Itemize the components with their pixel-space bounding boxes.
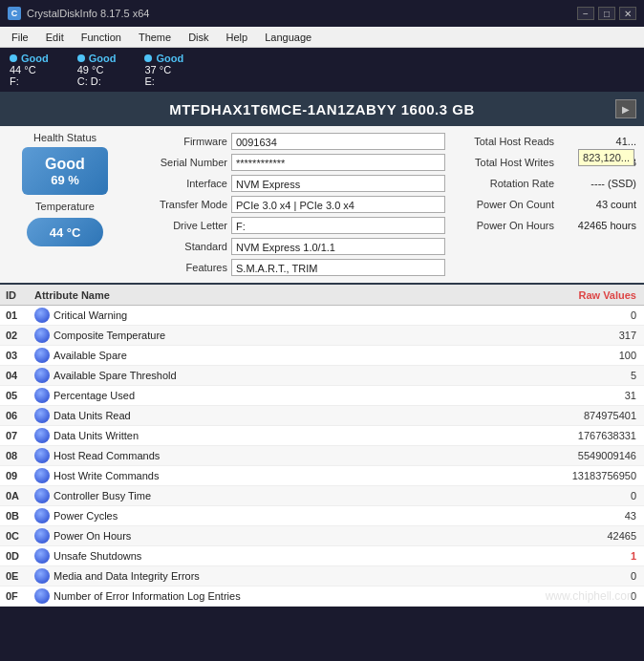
table-row[interactable]: 0EMedia and Data Integrity Errors0 (0, 566, 644, 586)
row-id-10: 0B (0, 510, 34, 522)
menu-item-language[interactable]: Language (257, 31, 319, 44)
table-row[interactable]: 0AController Busy Time0 (0, 486, 644, 506)
table-row[interactable]: 0BPower Cycles43 (0, 506, 644, 526)
row-raw-10: 43 (510, 510, 644, 522)
right-row-3: Power On Count43 count (453, 195, 636, 214)
row-raw-5: 874975401 (510, 410, 644, 421)
info-value-1: ************ (231, 154, 445, 171)
row-icon-2 (34, 348, 50, 363)
table-row[interactable]: 06Data Units Read874975401 (0, 406, 644, 426)
table-row[interactable]: 0DUnsafe Shutdowns1 (0, 546, 644, 566)
row-raw-1: 317 (510, 330, 644, 341)
info-right-wrapper: Total Host Reads41...Total Host Writes84… (445, 132, 636, 277)
col-id: ID (0, 289, 34, 301)
info-row-0: Firmware0091634 (126, 132, 445, 151)
row-icon-11 (34, 528, 50, 544)
row-name-6: Data Units Written (34, 428, 510, 443)
row-id-8: 09 (0, 470, 34, 481)
drive-status-2[interactable]: Good 37 °C E: (144, 53, 183, 87)
right-row-0: Total Host Reads41... (453, 132, 636, 151)
info-value-0: 0091634 (231, 133, 445, 150)
row-id-13: 0E (0, 570, 34, 582)
row-icon-13 (34, 568, 50, 584)
info-label-2: Interface (126, 178, 231, 189)
row-id-6: 07 (0, 430, 34, 441)
table-row[interactable]: 02Composite Temperature317 (0, 326, 644, 346)
info-panel: Health Status Good 69 % Temperature 44 °… (0, 126, 644, 283)
row-icon-10 (34, 508, 50, 523)
info-label-3: Transfer Mode (126, 199, 231, 210)
right-label-2: Rotation Rate (453, 178, 558, 189)
drive-letter-1: C: D: (77, 75, 117, 87)
row-name-5: Data Units Read (34, 408, 510, 423)
menu-item-help[interactable]: Help (219, 31, 256, 44)
minimize-button[interactable]: − (577, 7, 594, 20)
row-id-2: 03 (0, 350, 34, 361)
table-row[interactable]: 05Percentage Used31 (0, 386, 644, 406)
maximize-button[interactable]: □ (598, 7, 615, 20)
row-raw-13: 0 (510, 570, 644, 582)
drive-status-0[interactable]: Good 44 °C F: (10, 53, 49, 87)
row-icon-9 (34, 488, 50, 503)
row-name-11: Power On Hours (34, 528, 510, 544)
table-row[interactable]: 07Data Units Written1767638331 (0, 426, 644, 446)
row-id-14: 0F (0, 590, 34, 602)
drive-letter-2: E: (144, 75, 183, 87)
right-label-0: Total Host Reads (453, 136, 558, 147)
drive-title: MTFDHAX1T6MCE-1AN1ZABYY 1600.3 GB (169, 101, 475, 117)
health-section: Health Status Good 69 % Temperature 44 °… (8, 132, 122, 277)
table-row[interactable]: 03Available Spare100 (0, 346, 644, 366)
info-label-1: Serial Number (126, 157, 231, 168)
table-row[interactable]: 08Host Read Commands5549009146 (0, 446, 644, 466)
row-icon-14 (34, 588, 50, 604)
drive-icon[interactable]: ▶ (615, 99, 636, 118)
health-percent: 69 % (51, 173, 79, 187)
info-value-3: PCIe 3.0 x4 | PCIe 3.0 x4 (231, 196, 445, 213)
drive-letter-0: F: (10, 75, 49, 87)
menu-item-function[interactable]: Function (74, 31, 129, 44)
row-raw-9: 0 (510, 490, 644, 501)
status-dot-1 (77, 54, 85, 62)
row-id-7: 08 (0, 450, 34, 461)
row-id-9: 0A (0, 490, 34, 501)
info-row-1: Serial Number************ (126, 153, 445, 172)
row-raw-8: 13183756950 (510, 470, 644, 481)
close-button[interactable]: ✕ (619, 7, 636, 20)
right-value-4: 42465 hours (558, 220, 636, 231)
row-raw-6: 1767638331 (510, 430, 644, 441)
right-value-3: 43 count (558, 199, 636, 210)
info-label-4: Drive Letter (126, 220, 231, 231)
table-row[interactable]: 0CPower On Hours42465 (0, 526, 644, 546)
info-value-5: NVM Express 1.0/1.1 (231, 238, 445, 255)
row-raw-11: 42465 (510, 530, 644, 542)
drive-status-label-2: Good (156, 53, 183, 64)
temp-value: 44 °C (50, 225, 81, 240)
menu-item-edit[interactable]: Edit (38, 31, 72, 44)
row-id-11: 0C (0, 530, 34, 542)
info-label-5: Standard (126, 241, 231, 252)
temp-label: Temperature (35, 201, 95, 212)
drive-status-label-1: Good (89, 53, 117, 64)
row-name-13: Media and Data Integrity Errors (34, 568, 510, 584)
row-raw-4: 31 (510, 390, 644, 401)
table-row[interactable]: 09Host Write Commands13183756950 (0, 466, 644, 486)
info-row-3: Transfer ModePCIe 3.0 x4 | PCIe 3.0 x4 (126, 195, 445, 214)
status-dot-0 (10, 54, 17, 62)
drive-temp-0: 44 °C (10, 64, 49, 75)
row-name-3: Available Spare Threshold (34, 368, 510, 383)
row-name-12: Unsafe Shutdowns (34, 548, 510, 564)
drive-status-1[interactable]: Good 49 °C C: D: (77, 53, 117, 87)
info-label-0: Firmware (126, 136, 231, 147)
table-row[interactable]: 04Available Spare Threshold5 (0, 366, 644, 386)
row-id-1: 02 (0, 330, 34, 341)
row-id-4: 05 (0, 390, 34, 401)
menu-item-theme[interactable]: Theme (131, 31, 179, 44)
app-icon: C (8, 7, 21, 20)
table-body: 01Critical Warning002Composite Temperatu… (0, 306, 644, 607)
right-label-4: Power On Hours (453, 220, 558, 231)
menu-item-disk[interactable]: Disk (181, 31, 216, 44)
table-row[interactable]: 01Critical Warning0 (0, 306, 644, 326)
menu-item-file[interactable]: File (4, 31, 36, 44)
info-fields: Firmware0091634Serial Number************… (122, 132, 445, 277)
row-raw-7: 5549009146 (510, 450, 644, 461)
